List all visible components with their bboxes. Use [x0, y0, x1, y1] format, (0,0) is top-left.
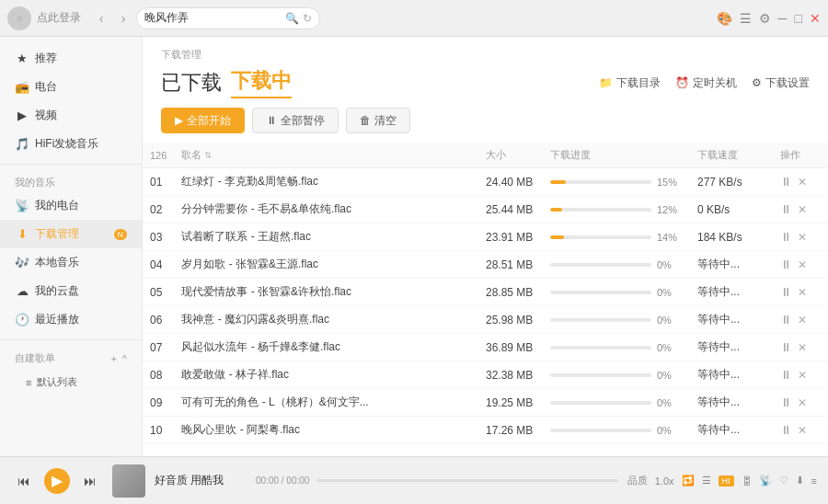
pause-all-btn[interactable]: ⏸ 全部暂停 — [252, 108, 339, 133]
sidebar-item-hifi[interactable]: 🎵 HiFi发烧音乐 — [0, 130, 142, 158]
folder-label: 下载目录 — [616, 75, 661, 91]
playlist-icon[interactable]: ☰ — [702, 475, 711, 487]
sidebar: ★ 推荐 📻 电台 ▶ 视频 🎵 HiFi发烧音乐 我的音乐 📡 我的电台 ⬇ … — [0, 37, 143, 456]
sort-icon[interactable]: ⇅ — [204, 150, 212, 160]
table-row: 04 岁月如歌 - 张智霖&王源.flac 28.51 MB 0% 等待中...… — [143, 251, 828, 279]
heart-icon[interactable]: ♡ — [779, 475, 788, 487]
timer-btn[interactable]: ⏰ 定时关机 — [675, 75, 737, 91]
row-name: 我神意 - 魔幻闪露&炎明熹.flac — [174, 306, 478, 334]
nav-back-button[interactable]: ‹ — [92, 9, 110, 28]
row-num: 08 — [143, 361, 174, 389]
remove-row-icon[interactable]: ✕ — [798, 396, 807, 409]
remove-row-icon[interactable]: ✕ — [798, 286, 807, 299]
folder-btn[interactable]: 📁 下载目录 — [599, 75, 661, 91]
pause-row-icon[interactable]: ⏸ — [780, 340, 792, 354]
sidebar-item-label: 本地音乐 — [35, 255, 79, 270]
sidebar-item-recent[interactable]: 🕐 最近播放 — [0, 305, 142, 334]
sidebar-divider — [0, 164, 142, 165]
remove-row-icon[interactable]: ✕ — [798, 314, 807, 326]
start-all-btn[interactable]: ▶ 全部开始 — [161, 108, 245, 133]
sidebar-item-cloud[interactable]: ☁ 我的云盘 — [0, 277, 142, 305]
row-name: 可有可无的角色 - L（桃籽）&何文宇... — [174, 389, 478, 417]
col-speed-header: 下载速度 — [690, 143, 773, 168]
table-row: 01 红绿灯 - 李克勤&周笔畅.flac 24.40 MB 15% 277 K… — [143, 168, 828, 196]
minimize-button[interactable]: ─ — [778, 11, 788, 26]
remove-row-icon[interactable]: ✕ — [798, 424, 807, 437]
settings-icon[interactable]: ⚙ — [759, 11, 771, 26]
pause-row-icon[interactable]: ⏸ — [780, 313, 792, 326]
remove-row-icon[interactable]: ✕ — [798, 203, 807, 216]
timer-icon: ⏰ — [675, 76, 689, 89]
player-progress[interactable]: 00:00 / 00:00 — [256, 475, 618, 486]
remove-row-icon[interactable]: ✕ — [798, 258, 807, 271]
pause-row-icon[interactable]: ⏸ — [780, 395, 792, 409]
folder-icon: 📁 — [599, 76, 613, 89]
download-player-icon[interactable]: ⬇ — [796, 475, 804, 487]
row-speed: 184 KB/s — [690, 223, 773, 251]
progress-bg — [550, 401, 651, 405]
next-button[interactable]: ⏭ — [77, 468, 103, 494]
cast-icon[interactable]: 📡 — [759, 475, 772, 487]
settings-btn[interactable]: ⚙ 下载设置 — [752, 75, 810, 91]
close-button[interactable]: ✕ — [810, 11, 821, 26]
skin-icon[interactable]: 🎨 — [717, 11, 732, 26]
maximize-button[interactable]: □ — [795, 11, 802, 26]
collapse-playlist-icon[interactable]: ^ — [122, 353, 127, 364]
row-size: 19.25 MB — [478, 389, 543, 417]
row-actions: ⏸ ✕ — [773, 223, 828, 251]
sidebar-item-default-list[interactable]: ≡ 默认列表 — [0, 371, 142, 394]
row-actions: ⏸ ✕ — [773, 334, 828, 361]
table-row: 10 晚风心里吹 - 阿梨粤.flac 17.26 MB 0% 等待中... ⏸… — [143, 417, 828, 444]
sidebar-item-recommend[interactable]: ★ 推荐 — [0, 44, 142, 73]
play-button[interactable]: ▶ — [44, 468, 70, 494]
sidebar-item-radio[interactable]: 📻 电台 — [0, 73, 142, 101]
title-downloading[interactable]: 下载中 — [231, 67, 292, 98]
row-name: 晚风心里吹 - 阿梨粤.flac — [174, 417, 478, 444]
search-icon[interactable]: 🔍 — [285, 12, 299, 25]
row-progress: 0% — [543, 417, 690, 444]
pause-row-icon[interactable]: ⏸ — [780, 202, 792, 216]
player-bar: ⏮ ▶ ⏭ 好音质 用酷我 00:00 / 00:00 品质 1.0x 🔁 ☰ … — [0, 456, 828, 504]
pause-row-icon[interactable]: ⏸ — [780, 258, 792, 271]
loop-icon[interactable]: 🔁 — [682, 475, 695, 487]
download-badge: N — [114, 229, 128, 240]
pause-row-icon[interactable]: ⏸ — [780, 285, 792, 299]
progress-label: 14% — [657, 232, 683, 243]
start-all-label: 全部开始 — [187, 113, 231, 129]
quality-label[interactable]: 品质 — [627, 474, 648, 487]
row-name: 现代爱情故事 - 张智霖&许秋怡.flac — [174, 279, 478, 306]
row-actions: ⏸ ✕ — [773, 251, 828, 279]
menu-icon[interactable]: ☰ — [740, 11, 752, 26]
row-actions: ⏸ ✕ — [773, 417, 828, 444]
sidebar-item-label: 我的电台 — [35, 198, 79, 213]
title-downloaded[interactable]: 已下载 — [161, 69, 222, 97]
login-text[interactable]: 点此登录 — [37, 10, 81, 26]
progress-bg — [550, 235, 651, 239]
progress-bg — [550, 318, 651, 322]
nav-forward-button[interactable]: › — [114, 9, 132, 28]
sidebar-item-myradio[interactable]: 📡 我的电台 — [0, 191, 142, 220]
prev-button[interactable]: ⏮ — [11, 468, 37, 494]
playlist-title: 自建歌单 — [15, 351, 55, 365]
pause-row-icon[interactable]: ⏸ — [780, 175, 792, 189]
sidebar-item-download[interactable]: ⬇ 下载管理 N — [0, 220, 142, 248]
pause-row-icon[interactable]: ⏸ — [780, 423, 792, 437]
remove-row-icon[interactable]: ✕ — [798, 369, 807, 382]
speed-label[interactable]: 1.0x — [655, 475, 674, 487]
more-icon[interactable]: ≡ — [811, 475, 817, 487]
refresh-icon[interactable]: ↻ — [303, 12, 312, 25]
sidebar-item-local[interactable]: 🎶 本地音乐 — [0, 248, 142, 277]
remove-row-icon[interactable]: ✕ — [798, 231, 807, 244]
row-size: 25.44 MB — [478, 196, 543, 223]
avatar[interactable]: ☺ — [7, 6, 31, 30]
remove-row-icon[interactable]: ✕ — [798, 341, 807, 354]
pause-row-icon[interactable]: ⏸ — [780, 230, 792, 244]
equalizer-icon[interactable]: 🎛 — [742, 475, 752, 487]
sidebar-item-video[interactable]: ▶ 视频 — [0, 101, 142, 130]
clear-btn[interactable]: 🗑 清空 — [346, 108, 410, 133]
player-progress-bar[interactable] — [316, 479, 617, 482]
remove-row-icon[interactable]: ✕ — [798, 176, 807, 189]
search-input[interactable] — [144, 12, 285, 25]
add-playlist-icon[interactable]: + — [110, 353, 116, 364]
pause-row-icon[interactable]: ⏸ — [780, 368, 792, 382]
